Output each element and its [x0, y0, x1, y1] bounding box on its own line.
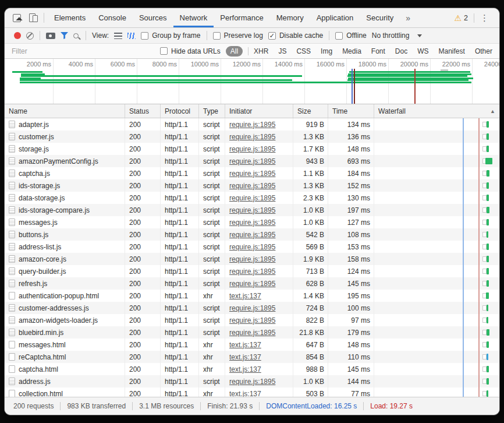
initiator-link[interactable]: require.js:1895	[229, 378, 275, 386]
table-row[interactable]: query-builder.js 200 http/1.1 script req…	[5, 265, 499, 277]
search-icon[interactable]	[73, 33, 79, 38]
table-row[interactable]: authentication-popup.html 200 http/1.1 x…	[5, 290, 499, 302]
filter-type[interactable]: JS	[278, 47, 286, 55]
filter-type[interactable]: Other	[475, 47, 492, 55]
table-row[interactable]: ids-storage-compare.js 200 http/1.1 scri…	[5, 204, 499, 216]
table-row[interactable]: reCaptcha.html 200 http/1.1 xhr text.js:…	[5, 351, 499, 363]
initiator-link[interactable]: require.js:1895	[229, 206, 275, 214]
device-toolbar-icon[interactable]	[29, 13, 38, 22]
filter-input[interactable]	[9, 46, 155, 57]
initiator-link[interactable]: require.js:1895	[229, 218, 275, 227]
table-row[interactable]: data-storage.js 200 http/1.1 script requ…	[5, 192, 499, 204]
initiator-link[interactable]: text.js:137	[229, 390, 261, 397]
table-row[interactable]: customer.js 200 http/1.1 script require.…	[5, 131, 499, 143]
filter-type[interactable]: Img	[321, 47, 332, 55]
column-header-time[interactable]: Time	[328, 104, 374, 118]
table-row[interactable]: captcha.js 200 http/1.1 script require.j…	[5, 167, 499, 179]
inspect-element-icon[interactable]	[13, 14, 21, 22]
filter-type[interactable]: Media	[342, 47, 361, 55]
panel-tab[interactable]: Elements	[48, 8, 92, 27]
filter-type[interactable]: Manifest	[439, 47, 465, 55]
initiator-link[interactable]: require.js:1895	[229, 133, 275, 141]
table-row[interactable]: messages.js 200 http/1.1 script require.…	[5, 216, 499, 228]
screenshot-capture-icon[interactable]	[46, 33, 55, 39]
offline-checkbox[interactable]: Offline	[335, 31, 366, 40]
table-row[interactable]: bluebird.min.js 200 http/1.1 script requ…	[5, 326, 499, 339]
initiator-link[interactable]: require.js:1895	[229, 194, 275, 202]
table-row[interactable]: amazonPaymentConfig.js 200 http/1.1 scri…	[5, 155, 499, 167]
initiator-link[interactable]: require.js:1895	[229, 304, 275, 312]
panel-tab[interactable]: Security	[360, 8, 400, 27]
initiator-link[interactable]: require.js:1895	[229, 267, 275, 276]
column-header-size[interactable]: Size	[293, 104, 328, 118]
initiator-link[interactable]: require.js:1895	[229, 157, 275, 165]
cell-status: 200	[125, 179, 161, 192]
initiator-link[interactable]: require.js:1895	[229, 145, 275, 153]
checkbox[interactable]	[268, 32, 276, 40]
filter-type-all[interactable]: All	[226, 46, 243, 57]
panel-tab[interactable]: Application	[310, 8, 360, 27]
checkbox[interactable]	[160, 47, 168, 55]
initiator-link[interactable]: text.js:137	[229, 341, 261, 349]
checkbox[interactable]	[141, 32, 148, 40]
initiator-link[interactable]: require.js:1895	[229, 329, 275, 337]
panel-tab[interactable]: Memory	[270, 8, 310, 27]
throttling-dropdown[interactable]: No throttling	[372, 31, 423, 40]
table-row[interactable]: captcha.html 200 http/1.1 xhr text.js:13…	[5, 363, 499, 375]
table-row[interactable]: collection.html 200 http/1.1 xhr text.js…	[5, 387, 499, 397]
initiator-link[interactable]: text.js:137	[229, 365, 261, 373]
filter-type[interactable]: Doc	[395, 47, 407, 55]
table-row[interactable]: adapter.js 200 http/1.1 script require.j…	[5, 118, 499, 131]
initiator-link[interactable]: text.js:137	[229, 292, 261, 300]
filter-type[interactable]: WS	[417, 47, 428, 55]
overview-view-icon[interactable]	[127, 33, 136, 39]
table-row[interactable]: address-list.js 200 http/1.1 script requ…	[5, 241, 499, 253]
initiator-link[interactable]: require.js:1895	[229, 316, 275, 325]
table-row[interactable]: buttons.js 200 http/1.1 script require.j…	[5, 228, 499, 241]
initiator-link[interactable]: require.js:1895	[229, 231, 275, 239]
column-header-status[interactable]: Status	[125, 104, 161, 118]
column-header-initiator[interactable]: Initiator	[225, 104, 293, 118]
group-by-frame-checkbox[interactable]: Group by frame	[141, 31, 200, 40]
record-button[interactable]	[14, 32, 21, 39]
panel-tab[interactable]: Sources	[133, 8, 173, 27]
request-rows-view-icon[interactable]	[114, 33, 122, 39]
column-header-protocol[interactable]: Protocol	[161, 104, 199, 118]
table-row[interactable]: address.js 200 http/1.1 script require.j…	[5, 375, 499, 387]
table-row[interactable]: messages.html 200 http/1.1 xhr text.js:1…	[5, 339, 499, 351]
column-header-name[interactable]: Name	[5, 104, 125, 118]
kebab-menu-icon[interactable]: ⋮	[475, 13, 494, 23]
filter-type[interactable]: CSS	[296, 47, 311, 55]
initiator-link[interactable]: require.js:1895	[229, 280, 275, 288]
filter-type[interactable]: XHR	[254, 47, 268, 55]
more-tabs-icon[interactable]: »	[400, 8, 416, 27]
hide-data-urls-checkbox[interactable]: Hide data URLs	[160, 47, 221, 55]
initiator-link[interactable]: require.js:1895	[229, 121, 275, 129]
network-overview[interactable]: 2000 ms 4000 ms 6000 ms 8000 ms 10000 ms	[5, 59, 499, 104]
clear-icon[interactable]	[26, 32, 34, 40]
console-warning-badge[interactable]: ⚠ 2	[449, 14, 473, 22]
initiator-link[interactable]: require.js:1895	[229, 170, 275, 178]
warning-count: 2	[464, 14, 468, 22]
initiator-link[interactable]: require.js:1895	[229, 243, 275, 251]
preserve-log-checkbox[interactable]: Preserve log	[213, 31, 263, 40]
table-row[interactable]: ids-storage.js 200 http/1.1 script requi…	[5, 179, 499, 192]
table-row[interactable]: amazon-widgets-loader.js 200 http/1.1 sc…	[5, 314, 499, 326]
column-header-type[interactable]: Type	[199, 104, 225, 118]
disable-cache-checkbox[interactable]: Disable cache	[268, 31, 323, 40]
panel-tab[interactable]: Console	[92, 8, 133, 27]
filter-icon[interactable]	[61, 32, 68, 39]
column-header-waterfall[interactable]: Waterfall	[374, 104, 499, 118]
table-row[interactable]: storage.js 200 http/1.1 script require.j…	[5, 143, 499, 155]
checkbox[interactable]	[213, 32, 221, 40]
initiator-link[interactable]: require.js:1895	[229, 255, 275, 263]
table-row[interactable]: customer-addresses.js 200 http/1.1 scrip…	[5, 302, 499, 314]
initiator-link[interactable]: require.js:1895	[229, 182, 275, 190]
panel-tab[interactable]: Performance	[214, 8, 269, 27]
table-row[interactable]: amazon-core.js 200 http/1.1 script requi…	[5, 253, 499, 265]
checkbox[interactable]	[335, 32, 343, 40]
initiator-link[interactable]: text.js:137	[229, 353, 261, 361]
table-row[interactable]: refresh.js 200 http/1.1 script require.j…	[5, 277, 499, 290]
filter-type[interactable]: Font	[371, 47, 385, 55]
panel-tab[interactable]: Network	[173, 8, 214, 27]
